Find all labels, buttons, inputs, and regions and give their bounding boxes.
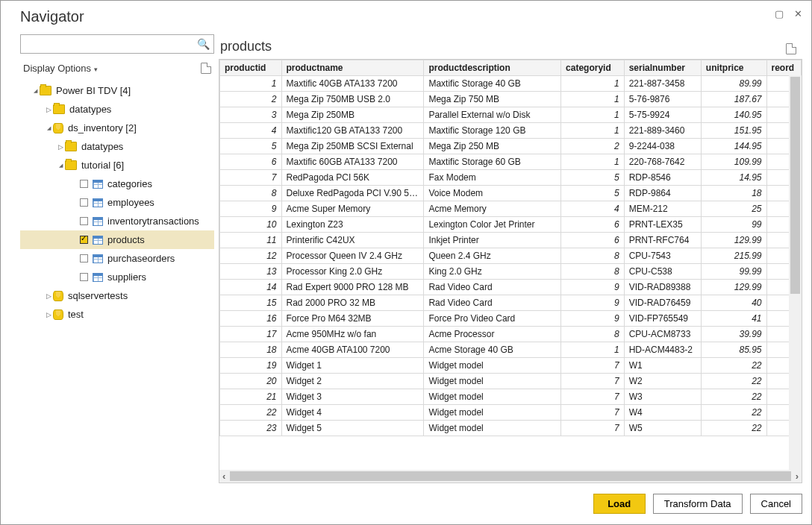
- checkbox[interactable]: [80, 217, 88, 225]
- tree-item-inventorytransactions[interactable]: inventorytransactions: [20, 212, 214, 230]
- checkbox[interactable]: [80, 273, 88, 281]
- table-row[interactable]: 9Acme Super MemoryAcme Memory4MEM-21225: [220, 201, 802, 217]
- tree-item-products[interactable]: products: [20, 230, 214, 249]
- tree-item-suppliers[interactable]: suppliers: [20, 268, 214, 286]
- scroll-right-icon[interactable]: ›: [796, 471, 799, 482]
- tree-label: employees: [107, 197, 154, 208]
- column-header-productdescription[interactable]: productdescription: [424, 60, 561, 76]
- tree-item-datatypes[interactable]: ▷datatypes: [20, 137, 214, 156]
- scroll-left-icon[interactable]: ‹: [222, 471, 225, 482]
- cell: PRNT-LEX35: [624, 217, 701, 233]
- table-row[interactable]: 21Widget 3Widget model7W322: [220, 389, 802, 405]
- tree-label: test: [68, 309, 84, 320]
- cell: Widget 1: [281, 358, 424, 374]
- preview-panel: products productidproductnameproductdesc…: [219, 34, 802, 483]
- table-row[interactable]: 7RedPagoda PCI 56KFax Modem5RDP-854614.9…: [220, 170, 802, 186]
- table-row[interactable]: 12Processor Queen IV 2.4 GHzQueen 2.4 GH…: [220, 248, 802, 264]
- expand-arrow-icon[interactable]: ▷: [44, 106, 53, 113]
- expand-arrow-icon[interactable]: ◢: [31, 88, 40, 94]
- cell: Fax Modem: [424, 170, 561, 186]
- table-row[interactable]: 3Mega Zip 250MBParallel External w/o Dis…: [220, 107, 802, 123]
- cell: Maxtific Storage 120 GB: [424, 123, 561, 139]
- column-header-reord[interactable]: reord: [766, 60, 801, 76]
- checkbox[interactable]: [80, 254, 88, 262]
- horizontal-scrollbar[interactable]: ‹ ›: [219, 470, 802, 482]
- checkbox[interactable]: [80, 180, 88, 188]
- expand-arrow-icon[interactable]: ▷: [56, 143, 65, 151]
- cell: 19: [220, 358, 282, 374]
- table-row[interactable]: 10Lexington Z23Lexington Color Jet Print…: [220, 217, 802, 233]
- column-header-serialnumber[interactable]: serialnumber: [624, 60, 701, 76]
- cell: Widget 5: [281, 421, 424, 436]
- vertical-scrollbar[interactable]: [789, 75, 802, 470]
- close-icon[interactable]: ✕: [794, 8, 802, 19]
- cell: Maxtific Storage 60 GB: [424, 154, 561, 170]
- database-icon: [53, 123, 63, 133]
- table-row[interactable]: 5Mega Zip 250MB SCSI ExternalMega Zip 25…: [220, 139, 802, 154]
- table-row[interactable]: 2Mega Zip 750MB USB 2.0Mega Zip 750 MB15…: [220, 92, 802, 107]
- tree-label: purchaseorders: [107, 253, 175, 264]
- tree-item-test[interactable]: ▷test: [20, 305, 214, 324]
- preview-options-icon[interactable]: [786, 43, 796, 54]
- table-row[interactable]: 17Acme 950MHz w/o fanAcme Processor8CPU-…: [220, 327, 802, 342]
- cell: CPU-7543: [624, 248, 701, 264]
- column-header-unitprice[interactable]: unitprice: [701, 60, 766, 76]
- expand-arrow-icon[interactable]: ◢: [44, 125, 53, 131]
- maximize-icon[interactable]: ▢: [775, 8, 784, 19]
- table-row[interactable]: 6Maxtific 60GB ATA133 7200Maxtific Stora…: [220, 154, 802, 170]
- cell: Deluxe RedPagoda PCI V.90 56K: [281, 186, 424, 201]
- table-row[interactable]: 13Processor King 2.0 GHzKing 2.0 GHz8CPU…: [220, 264, 802, 280]
- table-row[interactable]: 14Rad Expert 9000 PRO 128 MBRad Video Ca…: [220, 280, 802, 295]
- table-row[interactable]: 16Force Pro M64 32MBForce Pro Video Card…: [220, 311, 802, 327]
- tree-item-purchaseorders[interactable]: purchaseorders: [20, 249, 214, 268]
- table-row[interactable]: 23Widget 5Widget model7W522: [220, 421, 802, 436]
- cell: 3: [220, 107, 282, 123]
- database-icon: [53, 309, 63, 320]
- cell: 7: [561, 358, 625, 374]
- titlebar: Navigator ▢ ✕: [1, 1, 811, 25]
- tree-item-ds-inventory-2-[interactable]: ◢ds_inventory [2]: [20, 119, 214, 137]
- column-header-categoryid[interactable]: categoryid: [561, 60, 625, 76]
- cell: 129.99: [701, 280, 766, 295]
- cell: 9: [561, 311, 625, 327]
- checkbox[interactable]: [80, 236, 88, 244]
- tree-item-sqlservertests[interactable]: ▷sqlservertests: [20, 286, 214, 305]
- load-button[interactable]: Load: [593, 494, 646, 514]
- cell: 11: [220, 233, 282, 248]
- column-header-productname[interactable]: productname: [281, 60, 424, 76]
- expand-arrow-icon[interactable]: ◢: [56, 163, 65, 169]
- display-options-button[interactable]: Display Options▾: [23, 63, 98, 74]
- expand-arrow-icon[interactable]: ▷: [44, 311, 53, 318]
- cell: Acme Memory: [424, 201, 561, 217]
- table-icon: [93, 198, 103, 207]
- table-row[interactable]: 19Widget 1Widget model7W122: [220, 358, 802, 374]
- refresh-icon[interactable]: [201, 63, 211, 74]
- table-row[interactable]: 1Maxtific 40GB ATA133 7200Maxtific Stora…: [220, 76, 802, 92]
- table-row[interactable]: 11Printerific C42UXInkjet Printer6PRNT-R…: [220, 233, 802, 248]
- cell: 14.95: [701, 170, 766, 186]
- cell: 18: [701, 186, 766, 201]
- table-row[interactable]: 8Deluxe RedPagoda PCI V.90 56KVoice Mode…: [220, 186, 802, 201]
- tree-item-tutorial-6-[interactable]: ◢tutorial [6]: [20, 156, 214, 175]
- transform-data-button[interactable]: Transform Data: [653, 494, 743, 514]
- cell: 5-75-9924: [624, 107, 701, 123]
- tree-item-categories[interactable]: categories: [20, 175, 214, 193]
- cancel-button[interactable]: Cancel: [750, 494, 802, 514]
- table-row[interactable]: 4Maxtific120 GB ATA133 7200Maxtific Stor…: [220, 123, 802, 139]
- tree-item-employees[interactable]: employees: [20, 193, 214, 212]
- table-row[interactable]: 15Rad 2000 PRO 32 MBRad Video Card9VID-R…: [220, 295, 802, 311]
- checkbox[interactable]: [80, 198, 88, 207]
- table-row[interactable]: 18Acme 40GB ATA100 7200Acme Storage 40 G…: [220, 342, 802, 358]
- column-header-productid[interactable]: productid: [220, 60, 282, 76]
- cell: 1: [561, 342, 625, 358]
- tree-label: tutorial [6]: [81, 160, 124, 171]
- table-row[interactable]: 22Widget 4Widget model7W422: [220, 405, 802, 421]
- table-icon: [93, 217, 103, 226]
- search-input[interactable]: [20, 34, 214, 54]
- table-row[interactable]: 20Widget 2Widget model7W222: [220, 374, 802, 389]
- tree-item-power-bi-tdv-4-[interactable]: ◢Power BI TDV [4]: [20, 81, 214, 100]
- cell: Mega Zip 750MB USB 2.0: [281, 92, 424, 107]
- expand-arrow-icon[interactable]: ▷: [44, 292, 53, 300]
- cell: 151.95: [701, 123, 766, 139]
- tree-item-datatypes[interactable]: ▷datatypes: [20, 100, 214, 119]
